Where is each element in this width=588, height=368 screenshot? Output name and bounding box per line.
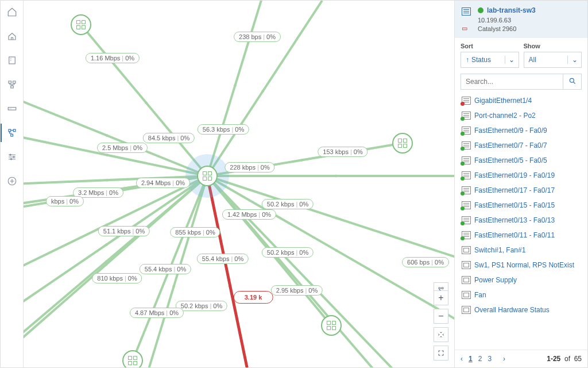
pager: ‹ 123 › 1-25 of 65 bbox=[455, 350, 587, 367]
link-badge[interactable]: 50.2 kbps|0% bbox=[262, 199, 314, 209]
link-error-badge[interactable]: 3.19 k bbox=[234, 291, 273, 304]
interface-row[interactable]: GigabitEthernet1/4 bbox=[461, 93, 586, 108]
svg-rect-57 bbox=[442, 288, 444, 289]
hardware-icon bbox=[462, 276, 471, 284]
port-icon bbox=[462, 141, 471, 150]
show-select[interactable]: All ⌄ bbox=[524, 52, 582, 68]
interface-row[interactable]: FastEthernet0/11 - Fa0/11 bbox=[461, 228, 586, 243]
fullscreen-button[interactable] bbox=[434, 346, 448, 361]
page-number[interactable]: 2 bbox=[478, 355, 482, 363]
rail-home-icon[interactable] bbox=[5, 5, 19, 19]
link-badge[interactable]: 55.4 kbps|0% bbox=[140, 264, 191, 274]
topology-node[interactable] bbox=[392, 133, 413, 154]
sort-label: Sort bbox=[461, 43, 519, 49]
interface-label: FastEthernet0/17 - Fa0/17 bbox=[474, 186, 555, 194]
link-badge[interactable]: 50.2 kbps|0% bbox=[262, 247, 314, 258]
details-panel: lab-transit-sw3 10.199.6.63 ▭Catalyst 29… bbox=[454, 1, 587, 367]
svg-rect-5 bbox=[9, 129, 11, 132]
interface-row[interactable]: FastEthernet0/9 - Fa0/9 bbox=[461, 123, 586, 138]
interface-row[interactable]: Power Supply bbox=[461, 273, 586, 288]
link-badge[interactable]: 228 kbps|0% bbox=[225, 162, 274, 172]
hardware-icon bbox=[462, 306, 471, 314]
link-badge[interactable]: 55.4 kbps|0% bbox=[197, 254, 249, 264]
rail-topology-icon[interactable] bbox=[5, 126, 19, 140]
svg-rect-2 bbox=[13, 81, 16, 83]
interface-row[interactable]: Sw1, PS1 Normal, RPS NotExist bbox=[461, 258, 586, 273]
interface-row[interactable]: Overall Hardware Status bbox=[461, 302, 586, 317]
link-badge[interactable]: kbps|0% bbox=[46, 196, 84, 206]
rail-server-icon[interactable] bbox=[5, 53, 19, 67]
rail-add-icon[interactable] bbox=[5, 174, 19, 188]
link-badge[interactable]: 56.3 kbps|0% bbox=[198, 124, 249, 135]
svg-rect-6 bbox=[13, 129, 16, 132]
interface-row[interactable]: FastEthernet0/5 - Fa0/5 bbox=[461, 153, 586, 168]
zoom-out-button[interactable]: − bbox=[434, 309, 448, 324]
link-badge[interactable]: 4.87 Mbps|0% bbox=[130, 308, 184, 318]
topology-node[interactable] bbox=[71, 14, 91, 35]
device-model: Catalyst 2960 bbox=[478, 25, 516, 32]
search-button[interactable] bbox=[563, 74, 582, 90]
interface-label: FastEthernet0/15 - Fa0/15 bbox=[474, 201, 555, 209]
interface-row[interactable]: FastEthernet0/15 - Fa0/15 bbox=[461, 198, 586, 213]
device-name[interactable]: lab-transit-sw3 bbox=[487, 6, 536, 14]
interface-label: FastEthernet0/5 - Fa0/5 bbox=[474, 156, 547, 164]
rail-house-icon[interactable] bbox=[5, 29, 19, 43]
interface-label: Sw1, PS1 Normal, RPS NotExist bbox=[474, 261, 574, 269]
link-badge[interactable]: 1.42 Mbps|0% bbox=[222, 209, 276, 220]
nav-rail bbox=[1, 1, 24, 367]
link-badge[interactable]: 2.5 Mbps|0% bbox=[97, 143, 148, 153]
port-icon bbox=[462, 216, 471, 224]
port-icon bbox=[462, 112, 471, 120]
chevron-down-icon[interactable]: ⌄ bbox=[567, 56, 581, 64]
link-badge[interactable]: 153 kbps|0% bbox=[318, 147, 368, 157]
fit-button[interactable] bbox=[434, 327, 448, 342]
interface-label: Power Supply bbox=[474, 276, 517, 284]
interface-row[interactable]: FastEthernet0/7 - Fa0/7 bbox=[461, 138, 586, 153]
page-next[interactable]: › bbox=[503, 355, 505, 363]
interface-list: GigabitEthernet1/4Port-channel2 - Po2Fas… bbox=[455, 93, 587, 350]
topology-node[interactable] bbox=[197, 166, 218, 186]
interface-label: Fan bbox=[474, 291, 486, 299]
hardware-icon bbox=[462, 246, 471, 254]
link-badge[interactable]: 606 bps|0% bbox=[402, 257, 449, 267]
link-badge[interactable]: 2.95 kbps|0% bbox=[271, 285, 323, 296]
link-badge[interactable]: 855 kbps|0% bbox=[170, 227, 220, 237]
topology-node[interactable] bbox=[122, 350, 143, 367]
hardware-icon bbox=[462, 261, 471, 269]
page-prev[interactable]: ‹ bbox=[461, 355, 463, 363]
svg-rect-3 bbox=[10, 86, 13, 88]
link-badge[interactable]: 50.2 kbps|0% bbox=[176, 301, 227, 311]
interface-row[interactable]: FastEthernet0/19 - Fa0/19 bbox=[461, 168, 586, 183]
page-number[interactable]: 3 bbox=[488, 355, 492, 363]
link-badge[interactable]: 51.1 kbps|0% bbox=[98, 226, 150, 236]
device-header: lab-transit-sw3 10.199.6.63 ▭Catalyst 29… bbox=[455, 1, 587, 38]
svg-rect-56 bbox=[439, 288, 440, 289]
show-label: Show bbox=[524, 43, 582, 49]
interface-row[interactable]: Switch#1, Fan#1 bbox=[461, 243, 586, 258]
interface-row[interactable]: FastEthernet0/13 - Fa0/13 bbox=[461, 213, 586, 228]
map-tools: + − bbox=[434, 290, 448, 361]
page-number[interactable]: 1 bbox=[469, 355, 473, 363]
sort-select[interactable]: ↑Status ⌄ bbox=[461, 52, 519, 68]
interface-row[interactable]: FastEthernet0/17 - Fa0/17 bbox=[461, 183, 586, 198]
link-badge[interactable]: 84.5 kbps|0% bbox=[143, 133, 195, 143]
zoom-in-button[interactable]: + bbox=[434, 290, 448, 305]
interface-label: FastEthernet0/9 - Fa0/9 bbox=[474, 126, 547, 135]
interface-row[interactable]: Fan bbox=[461, 288, 586, 302]
rail-network-icon[interactable] bbox=[5, 78, 19, 91]
chevron-down-icon[interactable]: ⌄ bbox=[505, 56, 519, 64]
device-ip: 10.199.6.63 bbox=[478, 17, 511, 24]
port-icon bbox=[462, 231, 471, 239]
interface-label: Port-channel2 - Po2 bbox=[474, 112, 536, 120]
search-input[interactable] bbox=[461, 74, 563, 90]
interface-row[interactable]: Port-channel2 - Po2 bbox=[461, 108, 586, 123]
link-badge[interactable]: 1.16 Mbps|0% bbox=[86, 53, 140, 63]
rail-rack-icon[interactable] bbox=[5, 102, 19, 116]
topology-canvas[interactable]: 1.16 Mbps|0%238 bps|0%56.3 kbps|0%84.5 k… bbox=[24, 1, 454, 367]
interface-label: Switch#1, Fan#1 bbox=[474, 246, 525, 254]
link-badge[interactable]: 2.94 Mbps|0% bbox=[136, 178, 190, 188]
link-badge[interactable]: 238 bps|0% bbox=[234, 32, 281, 42]
rail-tune-icon[interactable] bbox=[5, 150, 19, 164]
link-badge[interactable]: 810 kbps|0% bbox=[92, 273, 142, 283]
topology-node[interactable] bbox=[321, 315, 342, 336]
